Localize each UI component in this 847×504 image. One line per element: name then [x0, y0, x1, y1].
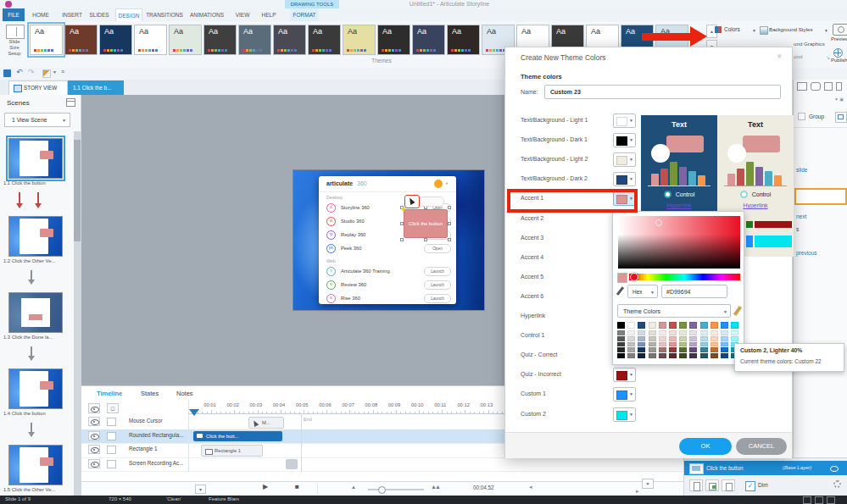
eye-icon[interactable]: [830, 466, 839, 472]
selection-handle[interactable]: [448, 222, 451, 225]
duplicate-layer-button[interactable]: [705, 479, 719, 491]
palette-tint-swatch[interactable]: [669, 347, 677, 352]
group-icon-button[interactable]: [835, 112, 847, 123]
palette-select[interactable]: Theme Colors ▼: [617, 304, 731, 318]
timeline-tab-states[interactable]: States: [141, 390, 159, 397]
theme-tile[interactable]: Aa: [169, 25, 202, 55]
palette-tint-swatch[interactable]: [638, 330, 645, 335]
row-visibility-button[interactable]: [88, 459, 100, 468]
palette-base-swatch[interactable]: [659, 322, 666, 329]
color-swatch-dropdown[interactable]: ▼: [613, 368, 636, 382]
palette-tint-swatch[interactable]: [649, 342, 656, 347]
theme-tile[interactable]: Aa: [238, 25, 271, 55]
scenes-scrollbar[interactable]: [74, 131, 81, 496]
palette-tint-swatch[interactable]: [617, 347, 625, 352]
cancel-button[interactable]: CANCEL: [736, 438, 787, 455]
row-checkbox[interactable]: [107, 460, 116, 468]
theme-tile[interactable]: Aa: [30, 25, 63, 55]
palette-base-swatch[interactable]: [700, 322, 708, 329]
selection-handles[interactable]: [400, 206, 451, 241]
theme-tile[interactable]: Aa: [447, 25, 480, 55]
palette-tint-swatch[interactable]: [659, 342, 666, 347]
selection-handle[interactable]: [424, 238, 427, 241]
redo-button[interactable]: ↷: [28, 68, 35, 76]
palette-tint-swatch[interactable]: [638, 347, 645, 352]
selection-handle[interactable]: [448, 238, 451, 241]
stop-button[interactable]: ■: [295, 483, 299, 490]
row-visibility-button[interactable]: [88, 417, 100, 426]
palette-tint-swatch[interactable]: [679, 353, 687, 358]
ribbon-tab-format[interactable]: FORMAT: [290, 8, 319, 21]
timeline-tab-timeline[interactable]: Timeline: [97, 390, 122, 397]
theme-tile[interactable]: Aa: [64, 25, 98, 55]
palette-tint-swatch[interactable]: [638, 336, 645, 341]
palette-tint-swatch[interactable]: [721, 347, 728, 352]
palette-tint-swatch[interactable]: [659, 347, 666, 352]
app-item-articulate-360-training[interactable]: trArticulate 360 TrainingLaunch: [326, 266, 451, 278]
app-item-peek-360[interactable]: pkPeek 360Open: [326, 243, 451, 255]
zoom-out-icon[interactable]: ▲: [351, 485, 356, 490]
palette-tint-swatch[interactable]: [700, 342, 708, 347]
chevron-down-icon[interactable]: ▼: [53, 69, 57, 75]
app-action-button[interactable]: Open: [424, 244, 451, 253]
ribbon-tab-home[interactable]: HOME: [27, 8, 54, 21]
palette-tint-swatch[interactable]: [638, 342, 645, 347]
palette-tint-swatch[interactable]: [689, 353, 697, 358]
collapse-panel-icon[interactable]: [66, 98, 75, 107]
theme-tile[interactable]: Aa: [377, 25, 410, 55]
palette-tint-swatch[interactable]: [627, 330, 635, 335]
palette-tint-swatch[interactable]: [721, 342, 728, 347]
palette-tint-swatch[interactable]: [659, 330, 666, 335]
slide-size-setup-button[interactable]: SlideSizeSetup: [2, 23, 27, 65]
timeline-zoom-slider[interactable]: [368, 489, 424, 490]
color-swatch-dropdown[interactable]: ▼: [613, 133, 636, 147]
palette-tint-swatch[interactable]: [649, 353, 656, 358]
saturation-gradient[interactable]: [618, 216, 740, 269]
preview-button[interactable]: Preview: [831, 23, 847, 48]
palette-tint-swatch[interactable]: [679, 330, 687, 335]
palette-tint-swatch[interactable]: [669, 330, 677, 335]
palette-tint-swatch[interactable]: [721, 353, 728, 358]
scene-thumbnail[interactable]: [8, 368, 63, 409]
palette-tint-swatch[interactable]: [627, 353, 635, 358]
palette-tint-swatch[interactable]: [710, 336, 718, 341]
palette-tint-swatch[interactable]: [710, 342, 718, 347]
ribbon-tab-transitions[interactable]: TRANSITIONS: [146, 8, 183, 21]
dim-checkbox[interactable]: ✓: [745, 481, 755, 491]
palette-tint-swatch[interactable]: [627, 347, 635, 352]
ribbon-tab-insert[interactable]: INSERT: [59, 8, 85, 21]
palette-tint-swatch[interactable]: [617, 336, 625, 341]
row-checkbox[interactable]: [107, 432, 116, 440]
zoom-in-icon[interactable]: ▲▲: [431, 484, 439, 490]
group-checkbox[interactable]: [798, 113, 805, 120]
timeline-hscroll-icon[interactable]: ▸: [636, 488, 639, 495]
palette-tint-swatch[interactable]: [721, 330, 728, 335]
palette-tint-swatch[interactable]: [627, 336, 635, 341]
palette-tint-swatch[interactable]: [721, 336, 728, 341]
scene-thumbnail[interactable]: [8, 138, 63, 179]
scene-select[interactable]: 1 View Scene ▼: [4, 113, 70, 127]
name-input[interactable]: Custom 23: [544, 85, 781, 99]
trigger-text-fragment[interactable]: slide: [796, 167, 807, 173]
theme-tile[interactable]: Aa: [273, 25, 306, 55]
undo-button[interactable]: ↶: [16, 68, 23, 76]
filter-dropdown-button[interactable]: ▼: [195, 485, 206, 494]
palette-tint-swatch[interactable]: [689, 336, 697, 341]
gear-icon[interactable]: [833, 480, 841, 488]
panel-menu-icons[interactable]: ▼ ▣: [834, 97, 844, 102]
palette-tint-swatch[interactable]: [669, 336, 677, 341]
app-item-rise-360[interactable]: rsRise 360Launch: [326, 293, 451, 305]
palette-tint-swatch[interactable]: [679, 342, 687, 347]
ribbon-tab-design[interactable]: DESIGN: [115, 8, 142, 21]
palette-tint-swatch[interactable]: [649, 330, 656, 335]
color-swatch-dropdown[interactable]: ▼: [613, 172, 636, 186]
timeline-object-bar[interactable]: [286, 459, 298, 469]
color-swatch-dropdown[interactable]: ▼: [613, 114, 636, 128]
colors-button[interactable]: Colors ▼: [715, 25, 759, 36]
palette-tint-swatch[interactable]: [627, 342, 635, 347]
palette-tint-swatch[interactable]: [617, 342, 625, 347]
palette-base-swatch[interactable]: [710, 322, 718, 329]
ribbon-tab-help[interactable]: HELP: [258, 8, 280, 21]
palette-tint-swatch[interactable]: [649, 336, 656, 341]
selection-handle[interactable]: [400, 238, 404, 241]
